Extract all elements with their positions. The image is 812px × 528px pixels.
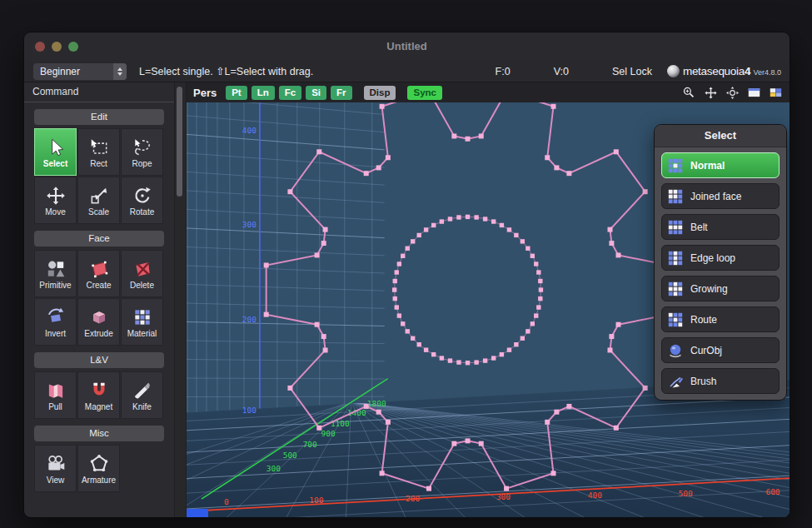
- pan-icon[interactable]: [704, 86, 718, 100]
- tool-scale[interactable]: Scale: [77, 177, 120, 224]
- app-window: Untitled Beginner L=Select single. ⇧L=Se…: [23, 32, 790, 518]
- tool-label: Material: [127, 329, 157, 338]
- tool-select[interactable]: Select: [34, 128, 77, 176]
- titlebar[interactable]: Untitled: [24, 32, 790, 61]
- move-icon: [45, 185, 67, 207]
- select-item-brush[interactable]: Brush: [661, 368, 780, 394]
- svg-text:900: 900: [321, 429, 336, 438]
- svg-text:500: 500: [679, 489, 693, 498]
- group-header-edit: Edit: [34, 109, 164, 125]
- tool-rope[interactable]: Rope: [121, 128, 163, 176]
- svg-text:700: 700: [303, 440, 317, 449]
- svg-text:300: 300: [267, 464, 281, 473]
- group-header-face: Face: [34, 231, 164, 247]
- command-groups: EditSelectRectRopeMoveScaleRotateFacePri…: [24, 109, 174, 492]
- tool-magnet[interactable]: Magnet: [77, 371, 120, 419]
- select-item-route[interactable]: Route: [661, 306, 780, 332]
- desktop: Untitled Beginner L=Select single. ⇧L=Se…: [0, 0, 812, 528]
- toggle-si[interactable]: Si: [306, 86, 326, 100]
- tool-armature[interactable]: Armature: [77, 445, 120, 492]
- status-counters: F:0 V:0 Sel Lock: [496, 66, 652, 77]
- invert-icon: [45, 306, 67, 328]
- select-item-joined-face[interactable]: Joined face: [661, 183, 780, 209]
- select-panel: Select NormalJoined faceBeltEdge loopGro…: [654, 124, 787, 401]
- svg-text:400: 400: [588, 491, 602, 500]
- select-item-growing[interactable]: Growing: [661, 276, 780, 301]
- primitive-icon: [45, 258, 67, 280]
- select-item-belt[interactable]: Belt: [661, 214, 780, 240]
- sphere-icon: [668, 343, 683, 358]
- toggle-fr[interactable]: Fr: [331, 86, 352, 100]
- tool-rect[interactable]: Rect: [77, 128, 120, 176]
- tool-extrude[interactable]: Extrude: [77, 298, 120, 346]
- single-view-icon[interactable]: [747, 86, 761, 100]
- tool-primitive[interactable]: Primitive: [34, 250, 77, 297]
- select-item-normal[interactable]: Normal: [661, 152, 780, 178]
- tool-knife[interactable]: Knife: [121, 371, 163, 419]
- group-header-l-v: L&V: [34, 352, 164, 368]
- close-button[interactable]: [35, 42, 45, 52]
- view-icon: [45, 453, 67, 475]
- svg-text:0: 0: [224, 497, 229, 506]
- rotate-icon: [132, 185, 153, 207]
- tool-label: Knife: [132, 402, 152, 411]
- command-scrollbar[interactable]: [174, 82, 187, 517]
- select-item-label: Belt: [690, 222, 708, 233]
- extrude-icon: [88, 306, 110, 328]
- svg-text:100: 100: [242, 406, 257, 415]
- tool-create[interactable]: Create: [77, 250, 120, 297]
- pull-icon: [45, 380, 67, 401]
- tool-label: Move: [45, 207, 65, 217]
- toggle-sync[interactable]: Sync: [407, 86, 442, 100]
- viewport: 4003002001001800140011009007005003000100…: [187, 82, 790, 517]
- tool-rotate[interactable]: Rotate: [121, 177, 163, 224]
- toggle-disp[interactable]: Disp: [364, 86, 396, 100]
- grid-normal-icon: [668, 158, 683, 173]
- tool-pull[interactable]: Pull: [34, 371, 77, 419]
- tool-label: Armature: [82, 476, 116, 485]
- view-mode-label[interactable]: Pers: [193, 87, 217, 99]
- mode-select-value: Beginner: [40, 66, 80, 77]
- select-item-label: Brush: [690, 376, 716, 387]
- svg-text:200: 200: [242, 315, 257, 324]
- mode-select[interactable]: Beginner: [32, 62, 127, 81]
- face-count: F:0: [496, 66, 511, 77]
- svg-text:600: 600: [765, 487, 780, 496]
- tool-delete[interactable]: Delete: [121, 250, 163, 297]
- tool-material[interactable]: Material: [121, 298, 163, 346]
- delete-icon: [132, 258, 153, 280]
- toggle-fc[interactable]: Fc: [279, 86, 301, 100]
- tool-move[interactable]: Move: [34, 177, 77, 224]
- tool-label: Pull: [48, 402, 62, 411]
- select-item-label: Edge loop: [690, 252, 735, 264]
- svg-text:1800: 1800: [367, 399, 386, 408]
- svg-text:100: 100: [309, 496, 323, 505]
- command-panel-title: Command: [24, 82, 174, 102]
- minimize-button[interactable]: [52, 42, 62, 52]
- svg-text:500: 500: [283, 451, 297, 460]
- tool-grid-edit: SelectRectRopeMoveScaleRotate: [34, 128, 164, 224]
- sel-lock-toggle[interactable]: Sel Lock: [612, 66, 652, 77]
- tool-label: Scale: [88, 207, 109, 217]
- viewport-corner-badge[interactable]: [187, 509, 208, 517]
- grid-growing-icon: [668, 281, 683, 296]
- tool-invert[interactable]: Invert: [34, 298, 77, 346]
- zoom-window-button[interactable]: [68, 42, 78, 52]
- tool-label: Rect: [90, 159, 107, 168]
- orbit-icon[interactable]: [725, 86, 740, 100]
- toggle-pt[interactable]: Pt: [226, 86, 247, 100]
- create-icon: [88, 258, 110, 280]
- select-panel-header[interactable]: Select: [655, 125, 786, 147]
- select-item-label: Growing: [690, 283, 728, 295]
- rect-icon: [88, 137, 110, 158]
- select-item-edge-loop[interactable]: Edge loop: [661, 245, 780, 271]
- select-item-label: Route: [690, 314, 717, 326]
- select-item-curobj[interactable]: CurObj: [661, 337, 780, 363]
- stepper-icon: [113, 63, 127, 80]
- zoom-icon[interactable]: [682, 86, 696, 100]
- multi-view-icon[interactable]: [769, 86, 783, 100]
- tool-view[interactable]: View: [34, 445, 77, 492]
- toggle-ln[interactable]: Ln: [252, 86, 275, 100]
- scrollbar-thumb[interactable]: [177, 87, 182, 197]
- group-header-misc: Misc: [34, 426, 164, 441]
